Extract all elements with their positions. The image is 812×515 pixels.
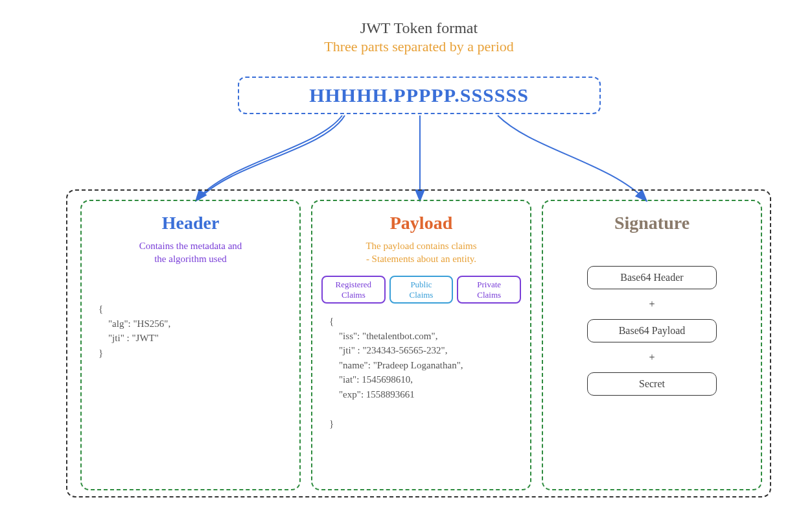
payload-column: Payload The payload contains claims - St… <box>311 200 531 490</box>
sig-item-base64-header: Base64 Header <box>587 266 717 289</box>
header-subtitle: Contains the metadata and the algorithm … <box>91 240 290 265</box>
claims-row: Registered Claims Public Claims Private … <box>321 276 521 304</box>
signature-column: Signature Base64 Header + Base64 Payload… <box>542 200 762 490</box>
signature-title: Signature <box>552 213 752 234</box>
payload-subtitle: The payload contains claims - Statements… <box>321 240 521 265</box>
registered-claims-chip: Registered Claims <box>321 276 386 304</box>
signature-list: Base64 Header + Base64 Payload + Secret <box>552 266 752 396</box>
header-title: Header <box>91 213 290 234</box>
subtitle: Three parts separated by a period <box>225 38 614 55</box>
header-column: Header Contains the metadata and the alg… <box>80 200 301 490</box>
main-title: JWT Token format <box>225 19 614 37</box>
payload-code: { "iss": "thetalentbot.com", "jti" : "23… <box>321 314 521 431</box>
title-block: JWT Token format Three parts separated b… <box>225 19 614 55</box>
sig-item-secret: Secret <box>587 372 717 396</box>
token-format-box: HHHHH.PPPPP.SSSSSS <box>238 77 601 114</box>
payload-title: Payload <box>321 213 521 234</box>
sig-plus-1: + <box>649 298 655 310</box>
public-claims-chip: Public Claims <box>389 276 454 304</box>
sig-plus-2: + <box>649 352 655 363</box>
private-claims-chip: Private Claims <box>457 276 521 304</box>
token-format-text: HHHHH.PPPPP.SSSSSS <box>309 84 529 106</box>
diagram-canvas: JWT Token format Three parts separated b… <box>13 13 812 515</box>
parts-container: Header Contains the metadata and the alg… <box>66 189 771 497</box>
sig-item-base64-payload: Base64 Payload <box>587 319 717 342</box>
header-code: { "alg": "HS256", "jti" : "JWT" } <box>91 302 290 360</box>
